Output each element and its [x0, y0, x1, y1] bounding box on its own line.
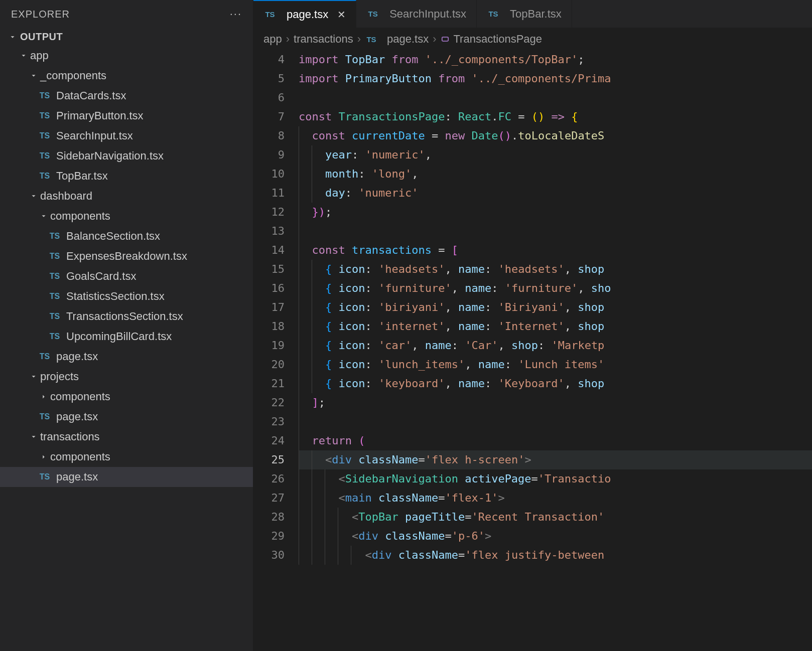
folder-dashboard-components[interactable]: components: [0, 206, 253, 226]
code-content[interactable]: import TopBar from '../_components/TopBa…: [299, 50, 812, 651]
ts-icon: TS: [38, 473, 51, 481]
ts-icon: TS: [38, 132, 51, 140]
code-line[interactable]: <div className='flex h-screen'>: [299, 450, 812, 469]
code-line[interactable]: { icon: 'headsets', name: 'headsets', sh…: [299, 260, 812, 279]
file-balancesection[interactable]: TSBalanceSection.tsx: [0, 226, 253, 246]
file-searchinput[interactable]: TSSearchInput.tsx: [0, 126, 253, 146]
file-transactionssection[interactable]: TSTransactionsSection.tsx: [0, 306, 253, 327]
code-line[interactable]: [299, 222, 812, 241]
tab-label: TopBar.tsx: [510, 8, 562, 21]
file-sidebarnavigation[interactable]: TSSidebarNavigation.tsx: [0, 146, 253, 166]
code-line[interactable]: <SidebarNavigation activePage='Transacti…: [299, 469, 812, 489]
code-line[interactable]: { icon: 'internet', name: 'Internet', sh…: [299, 317, 812, 336]
ts-icon: TS: [366, 10, 379, 18]
ts-icon: TS: [48, 333, 61, 341]
code-line[interactable]: year: 'numeric',: [299, 145, 812, 165]
tab-topbar[interactable]: TS TopBar.tsx: [477, 0, 572, 28]
file-goalscard[interactable]: TSGoalsCard.tsx: [0, 266, 253, 286]
chevron-down-icon: [18, 52, 29, 59]
code-line[interactable]: { icon: 'lunch_items', name: 'Lunch item…: [299, 355, 812, 374]
chevron-down-icon: [28, 72, 39, 79]
code-line[interactable]: const TransactionsPage: React.FC = () =>…: [299, 107, 812, 126]
file-primarybutton[interactable]: TSPrimaryButton.tsx: [0, 106, 253, 126]
file-statisticssection[interactable]: TSStatisticsSection.tsx: [0, 286, 253, 306]
breadcrumb-part[interactable]: page.tsx: [387, 33, 429, 46]
tab-label: SearchInput.tsx: [389, 8, 466, 21]
folder-dashboard[interactable]: dashboard: [0, 186, 253, 206]
explorer-header: EXPLORER ···: [0, 0, 253, 28]
chevron-right-icon: ›: [286, 33, 290, 46]
code-line[interactable]: [299, 88, 812, 107]
ts-icon: TS: [48, 312, 61, 320]
file-tree[interactable]: app _components TSDataCards.tsx TSPrimar…: [0, 46, 253, 651]
ts-icon: TS: [38, 413, 51, 421]
code-line[interactable]: month: 'long',: [299, 165, 812, 184]
tab-searchinput[interactable]: TS SearchInput.tsx: [356, 0, 477, 28]
chevron-down-icon: [28, 433, 39, 440]
symbol-variable-icon: [441, 35, 450, 44]
file-datacards[interactable]: TSDataCards.tsx: [0, 86, 253, 106]
ts-icon: TS: [48, 272, 61, 280]
breadcrumb-part[interactable]: TransactionsPage: [454, 33, 543, 46]
file-expensesbreakdown[interactable]: TSExpensesBreakdown.tsx: [0, 246, 253, 266]
code-line[interactable]: <TopBar pageTitle='Recent Transaction': [299, 508, 812, 527]
code-line[interactable]: return (: [299, 431, 812, 450]
explorer-title: EXPLORER: [11, 9, 70, 20]
chevron-down-icon: [8, 33, 17, 42]
explorer-section-output[interactable]: OUTPUT: [0, 28, 253, 46]
breadcrumb-part[interactable]: transactions: [294, 33, 353, 46]
code-line[interactable]: { icon: 'car', name: 'Car', shop: 'Marke…: [299, 336, 812, 355]
explorer-sidebar: EXPLORER ··· OUTPUT app _components TSDa…: [0, 0, 253, 651]
editor-pane: TS page.tsx ✕ TS SearchInput.tsx TS TopB…: [253, 0, 812, 651]
chevron-right-icon: ›: [357, 33, 361, 46]
chevron-down-icon: [38, 213, 49, 220]
folder-app[interactable]: app: [0, 46, 253, 66]
file-dashboard-page[interactable]: TSpage.tsx: [0, 347, 253, 367]
file-transactions-page[interactable]: TSpage.tsx: [0, 467, 253, 487]
folder-transactions[interactable]: transactions: [0, 427, 253, 447]
close-icon[interactable]: ✕: [337, 9, 346, 21]
code-line[interactable]: });: [299, 203, 812, 222]
editor-tabs: TS page.tsx ✕ TS SearchInput.tsx TS TopB…: [253, 0, 812, 28]
code-line[interactable]: <main className='flex-1'>: [299, 489, 812, 508]
file-projects-page[interactable]: TSpage.tsx: [0, 407, 253, 427]
breadcrumb-part[interactable]: app: [263, 33, 282, 46]
code-line[interactable]: <div className='p-6'>: [299, 527, 812, 546]
code-line[interactable]: import TopBar from '../_components/TopBa…: [299, 50, 812, 69]
tab-label: page.tsx: [287, 8, 328, 21]
tab-page[interactable]: TS page.tsx ✕: [253, 0, 356, 28]
chevron-right-icon: ›: [433, 33, 436, 46]
chevron-right-icon: [38, 393, 49, 400]
folder-transactions-components[interactable]: components: [0, 447, 253, 467]
ts-icon: TS: [38, 172, 51, 180]
code-line[interactable]: { icon: 'keyboard', name: 'Keyboard', sh…: [299, 374, 812, 393]
folder-components[interactable]: _components: [0, 66, 253, 86]
line-gutter: 4567891011121314151617181920212223242526…: [253, 50, 299, 651]
more-actions-icon[interactable]: ···: [230, 8, 242, 21]
code-editor[interactable]: 4567891011121314151617181920212223242526…: [253, 50, 812, 651]
breadcrumb[interactable]: app › transactions › TS page.tsx › Trans…: [253, 28, 812, 50]
file-topbar[interactable]: TSTopBar.tsx: [0, 166, 253, 186]
ts-icon: TS: [365, 35, 378, 44]
ts-icon: TS: [38, 112, 51, 120]
svg-rect-0: [442, 37, 448, 41]
code-line[interactable]: [299, 412, 812, 431]
code-line[interactable]: import PrimaryButton from '../_component…: [299, 69, 812, 88]
file-upcomingbillcard[interactable]: TSUpcomingBillCard.tsx: [0, 327, 253, 347]
ts-icon: TS: [48, 232, 61, 240]
code-line[interactable]: day: 'numeric': [299, 184, 812, 203]
folder-projects-components[interactable]: components: [0, 387, 253, 407]
ts-icon: TS: [38, 152, 51, 160]
chevron-down-icon: [28, 373, 39, 380]
code-line[interactable]: <div className='flex justify-between: [299, 546, 812, 565]
code-line[interactable]: { icon: 'biriyani', name: 'Biriyani', sh…: [299, 298, 812, 317]
chevron-down-icon: [28, 193, 39, 200]
code-line[interactable]: const transactions = [: [299, 241, 812, 260]
code-line[interactable]: ];: [299, 393, 812, 412]
code-line[interactable]: const currentDate = new Date().toLocaleD…: [299, 126, 812, 145]
ts-icon: TS: [48, 292, 61, 300]
code-line[interactable]: { icon: 'furniture', name: 'furniture', …: [299, 279, 812, 298]
chevron-right-icon: [38, 453, 49, 460]
folder-projects[interactable]: projects: [0, 367, 253, 387]
ts-icon: TS: [38, 353, 51, 361]
